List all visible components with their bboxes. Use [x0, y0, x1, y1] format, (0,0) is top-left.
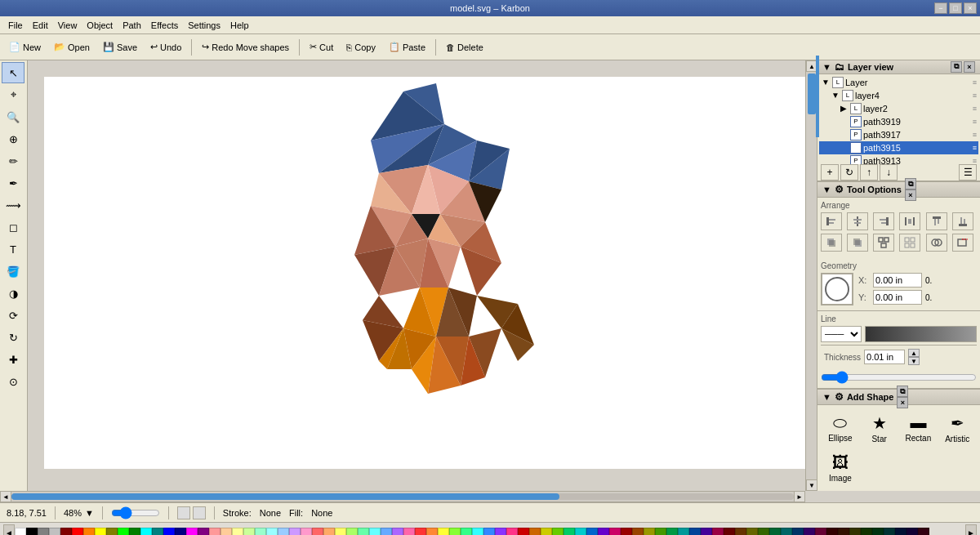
gradient-tool[interactable]: ◑: [2, 283, 24, 304]
color-swatch[interactable]: [621, 528, 632, 536]
maximize-button[interactable]: □: [949, 2, 962, 14]
color-swatch[interactable]: [255, 528, 266, 536]
zoom-down-icon[interactable]: ▼: [85, 508, 94, 518]
color-swatch[interactable]: [266, 528, 278, 536]
color-swatch[interactable]: [689, 528, 701, 536]
line-style-select[interactable]: ─── - - - · · ·: [821, 326, 862, 342]
color-swatch[interactable]: [632, 528, 644, 536]
color-swatch[interactable]: [495, 528, 506, 536]
color-swatch[interactable]: [38, 528, 49, 536]
x-input[interactable]: [873, 273, 922, 288]
thickness-up[interactable]: ▲: [908, 349, 920, 357]
rotate-tool[interactable]: ↻: [2, 327, 24, 348]
tool-options-expand[interactable]: ▼: [822, 185, 831, 194]
color-swatch[interactable]: [461, 528, 472, 536]
color-swatch[interactable]: [369, 528, 381, 536]
layer-options-button[interactable]: ☰: [959, 164, 977, 181]
toolbar-btn-new[interactable]: 📄New: [3, 38, 47, 57]
toolbar-btn-redo-move-shapes[interactable]: ↪Redo Move shapes: [196, 38, 295, 57]
color-swatch[interactable]: [415, 528, 426, 536]
color-swatch[interactable]: [918, 528, 929, 536]
color-swatch[interactable]: [346, 528, 358, 536]
transform-tool[interactable]: ⟳: [2, 305, 24, 326]
color-swatch[interactable]: [552, 528, 564, 536]
menu-item-settings[interactable]: Settings: [183, 19, 225, 32]
color-swatch[interactable]: [243, 528, 255, 536]
palette-scroll-left[interactable]: ◄: [3, 524, 15, 536]
color-swatch[interactable]: [358, 528, 369, 536]
subtract[interactable]: [952, 234, 973, 252]
color-swatch[interactable]: [186, 528, 198, 536]
palette-scroll-right[interactable]: ►: [965, 524, 977, 536]
measure-tool[interactable]: ✚: [2, 349, 24, 370]
layer-item-path3917[interactable]: P path3917 ≡: [819, 128, 978, 141]
add-shape-expand[interactable]: ▼: [822, 392, 831, 402]
color-swatch[interactable]: [666, 528, 678, 536]
color-swatch[interactable]: [781, 528, 792, 536]
color-swatch[interactable]: [163, 528, 175, 536]
menu-item-effects[interactable]: Effects: [146, 19, 183, 32]
layer-item-path3919[interactable]: P path3919 ≡: [819, 115, 978, 128]
color-swatch[interactable]: [289, 528, 301, 536]
ungroup[interactable]: [899, 234, 920, 252]
hscroll-right[interactable]: ►: [794, 491, 805, 502]
toolbar-btn-copy[interactable]: ⎘Copy: [341, 38, 381, 57]
intersect[interactable]: [926, 234, 947, 252]
color-swatch[interactable]: [724, 528, 735, 536]
line-color-bar[interactable]: [865, 326, 977, 342]
color-swatch[interactable]: [861, 528, 872, 536]
color-swatch[interactable]: [381, 528, 392, 536]
color-swatch[interactable]: [541, 528, 552, 536]
bring-front[interactable]: [821, 234, 842, 252]
color-swatch[interactable]: [735, 528, 746, 536]
toolbar-btn-paste[interactable]: 📋Paste: [383, 38, 431, 57]
color-swatch[interactable]: [209, 528, 220, 536]
canvas-vscroll[interactable]: ▲ ▼: [805, 60, 817, 491]
shape-artistic[interactable]: ✒ Artistic: [939, 410, 975, 447]
align-top[interactable]: [926, 212, 947, 230]
toolbar-btn-save[interactable]: 💾Save: [97, 38, 143, 57]
color-swatch[interactable]: [564, 528, 575, 536]
color-swatch[interactable]: [838, 528, 849, 536]
shape-rectangle[interactable]: ▬ Rectan: [901, 410, 937, 447]
snap-to-object[interactable]: [193, 506, 206, 519]
color-swatch[interactable]: [506, 528, 518, 536]
color-swatch[interactable]: [106, 528, 118, 536]
menu-item-help[interactable]: Help: [225, 19, 254, 32]
color-swatch[interactable]: [815, 528, 826, 536]
close-button[interactable]: ×: [964, 2, 977, 14]
layer-item-path3913[interactable]: P path3913 ≡: [819, 154, 978, 164]
color-swatch[interactable]: [95, 528, 106, 536]
snap-to-grid[interactable]: [177, 506, 190, 519]
color-swatch[interactable]: [83, 528, 95, 536]
layer-view-expand[interactable]: ▼: [822, 62, 831, 72]
menu-item-edit[interactable]: Edit: [28, 19, 53, 32]
align-center-h[interactable]: [847, 212, 868, 230]
color-swatch[interactable]: [575, 528, 586, 536]
color-swatch[interactable]: [609, 528, 621, 536]
group[interactable]: [873, 234, 894, 252]
layer-view-float-button[interactable]: ⧉: [951, 61, 962, 73]
tool-options-float-button[interactable]: ⧉: [905, 178, 916, 189]
shape-tool[interactable]: ◻: [2, 216, 24, 238]
distribute-h[interactable]: [899, 212, 920, 230]
pen-tool[interactable]: ✏: [2, 150, 24, 172]
color-swatch[interactable]: [586, 528, 598, 536]
color-swatch[interactable]: [220, 528, 232, 536]
path-tool[interactable]: ⟿: [2, 194, 24, 216]
layer-up-button[interactable]: ↑: [860, 164, 878, 181]
color-swatch[interactable]: [472, 528, 483, 536]
color-swatch[interactable]: [198, 528, 209, 536]
color-swatch[interactable]: [118, 528, 129, 536]
color-swatch[interactable]: [15, 528, 26, 536]
color-swatch[interactable]: [335, 528, 346, 536]
layer-view-close-button[interactable]: ×: [964, 61, 975, 73]
color-swatch[interactable]: [849, 528, 861, 536]
color-swatch[interactable]: [483, 528, 495, 536]
add-layer-button[interactable]: +: [821, 164, 839, 181]
thickness-input[interactable]: [864, 350, 905, 364]
toolbar-btn-delete[interactable]: 🗑Delete: [440, 38, 489, 57]
menu-item-path[interactable]: Path: [118, 19, 146, 32]
hscroll-thumb[interactable]: [11, 493, 559, 500]
crop-tool[interactable]: ⊕: [2, 128, 24, 149]
